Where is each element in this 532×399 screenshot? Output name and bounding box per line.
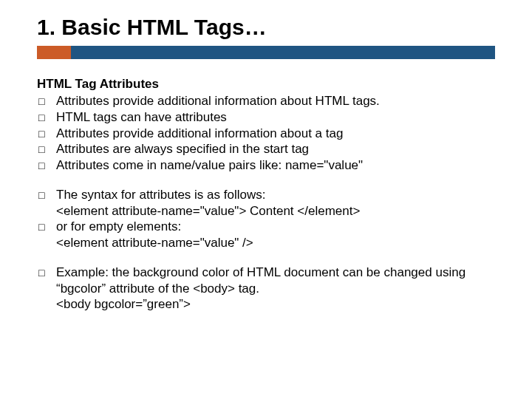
list-item: Example: the background color of HTML do… <box>37 265 495 313</box>
title-underline-accent <box>37 46 71 59</box>
list-item-line: <element attribute-name="value" /> <box>56 235 495 251</box>
bullet-group-2: The syntax for attributes is as follows:… <box>37 187 495 251</box>
title-underline-main <box>71 46 495 59</box>
bullet-group-3: Example: the background color of HTML do… <box>37 265 495 313</box>
list-item: HTML tags can have attributes <box>37 109 495 126</box>
list-item: Attributes provide additional informatio… <box>37 93 495 109</box>
title-block: 1. Basic HTML Tags… <box>37 15 495 59</box>
list-item-line: or for empty elements: <box>56 219 495 235</box>
list-item: Attributes come in name/value pairs like… <box>37 157 495 174</box>
slide-content: HTML Tag Attributes Attributes provide a… <box>37 64 495 313</box>
list-item-line: Example: the background color of HTML do… <box>56 265 495 297</box>
slide: 1. Basic HTML Tags… HTML Tag Attributes … <box>0 0 532 399</box>
list-item: Attributes are always specified in the s… <box>37 141 495 157</box>
list-item: or for empty elements: <element attribut… <box>37 219 495 251</box>
list-item-line: <element attribute-name="value"> Content… <box>56 203 495 219</box>
bullet-group-1: Attributes provide additional informatio… <box>37 93 495 174</box>
list-item-line: The syntax for attributes is as follows: <box>56 187 495 203</box>
slide-title: 1. Basic HTML Tags… <box>37 15 495 44</box>
list-item-line: <body bgcolor=”green”> <box>56 296 495 313</box>
content-subheading: HTML Tag Attributes <box>37 77 495 92</box>
title-underline <box>37 46 495 59</box>
list-item: Attributes provide additional informatio… <box>37 126 495 142</box>
list-item: The syntax for attributes is as follows:… <box>37 187 495 219</box>
